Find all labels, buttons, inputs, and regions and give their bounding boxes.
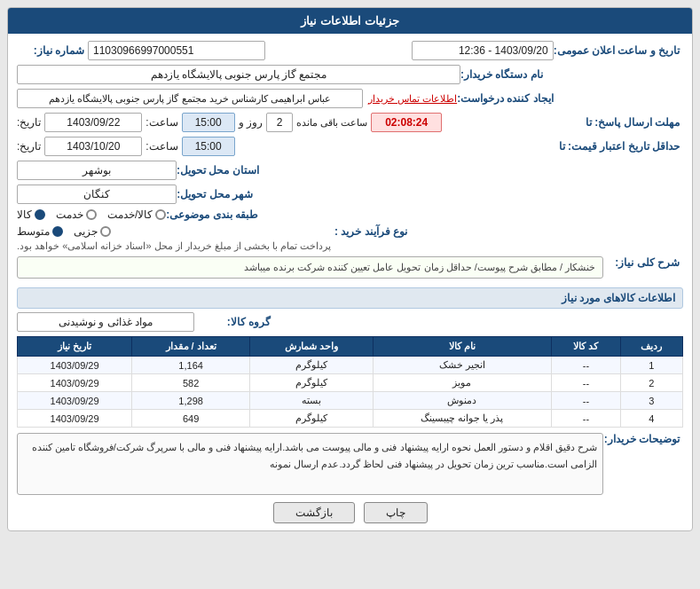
row-nam-dastgah: نام دستگاه خریدار: مجتمع گاز پارس جنوبی …	[17, 65, 683, 84]
mohlat-saat-value: 15:00	[182, 113, 235, 132]
radio-khedmat-label: خدمت	[56, 208, 83, 221]
farayand-radio-group: جزیی متوسط	[17, 225, 111, 238]
cell-vahed: کیلوگرم	[250, 357, 374, 374]
main-card: جزئیات اطلاعات نیاز تاریخ و ساعت اعلان ع…	[7, 7, 693, 531]
cell-tedad: 649	[132, 410, 250, 428]
radio-kala-circle	[35, 209, 45, 220]
radio-motavasset-label: متوسط	[17, 225, 50, 238]
cell-radif: 1	[620, 357, 682, 374]
tarikh-label: تاریخ و ساعت اعلان عمومی:	[554, 44, 683, 57]
radio-motavasset-circle	[52, 226, 63, 237]
radio-kala-khedmat-label: کالا/خدمت	[107, 208, 153, 221]
mohlat-roz-label: روز و	[239, 116, 263, 129]
button-row: چاپ بازگشت	[17, 502, 683, 523]
group-kala-value: مواد غذائی و نوشیدنی	[17, 312, 194, 332]
col-kod: کد کالا	[551, 337, 620, 357]
ijad-value: عباس ابراهیمی کارشناس خرید مجتمع گاز پار…	[17, 89, 363, 108]
row-shomare-tarikh: تاریخ و ساعت اعلان عمومی: 1403/09/20 - 1…	[17, 41, 683, 60]
radio-kala-khedmat-circle	[155, 209, 166, 220]
ostan-label: استان محل تحویل:	[177, 164, 263, 177]
group-kala-label: گروه کالا:	[194, 316, 274, 328]
cell-tedad: 582	[132, 374, 250, 392]
cell-kod: --	[551, 357, 620, 374]
table-row: 3 -- دمنوش بسته 1,298 1403/09/29	[18, 392, 683, 410]
sharh-niaz-value: خنشکار / مطابق شرح پیوست/ حداقل زمان تحو…	[17, 256, 603, 279]
back-button[interactable]: بازگشت	[273, 502, 355, 523]
baqi-label: ساعت باقی مانده	[296, 117, 367, 129]
radio-jozii-label: جزیی	[74, 225, 98, 238]
col-tedad: تعداد / مقدار	[132, 337, 250, 357]
hadaqal-date: 1403/10/20	[44, 137, 142, 156]
mohlat-saat-label: ساعت:	[146, 116, 177, 129]
row-group-kala: گروه کالا: مواد غذائی و نوشیدنی	[17, 312, 683, 332]
cell-radif: 4	[620, 410, 682, 428]
farayand-label: نوع فرآیند خرید :	[331, 225, 411, 238]
tawzihat-value: شرح دقیق اقلام و دستور العمل نحوه ارایه …	[17, 433, 603, 495]
cell-vahed: کیلوگرم	[250, 374, 374, 392]
cell-tarikh: 1403/09/29	[18, 410, 132, 428]
cell-tedad: 1,298	[132, 392, 250, 410]
radio-khedmat[interactable]: خدمت	[56, 208, 97, 221]
radio-kala[interactable]: کالا	[17, 208, 45, 221]
cell-tarikh: 1403/09/29	[18, 357, 132, 374]
page-title: جزئیات اطلاعات نیاز	[301, 14, 398, 27]
table-row: 1 -- انجیر خشک کیلوگرم 1,164 1403/09/29	[18, 357, 683, 374]
cell-radif: 3	[620, 392, 682, 410]
cell-kod: --	[551, 392, 620, 410]
radio-khedmat-circle	[86, 209, 97, 220]
cell-name: مویز	[373, 374, 551, 392]
hadaqal-saat-label: ساعت:	[146, 140, 177, 153]
ostan-value: بوشهر	[17, 161, 177, 180]
sharh-niaz-label: شرح کلی نیاز:	[603, 256, 683, 269]
tabaqe-radio-group: کالا/خدمت خدمت کالا	[17, 208, 166, 221]
table-row: 4 -- پذر یا جوانه چیبسینگ کیلوگرم 649 14…	[18, 410, 683, 428]
card-body: تاریخ و ساعت اعلان عمومی: 1403/09/20 - 1…	[8, 34, 692, 530]
baqi-value: 02:08:24	[371, 113, 442, 132]
nam-dastgah-label: نام دستگاه خریدار:	[460, 68, 547, 81]
tabaqe-label: طبقه بندی موضوعی:	[166, 208, 262, 221]
cell-tedad: 1,164	[132, 357, 250, 374]
row-hadaqal: حداقل تاریخ اعتبار قیمت: تا 15:00 ساعت: …	[17, 137, 683, 156]
radio-jozii[interactable]: جزیی	[74, 225, 111, 238]
col-name: نام کالا	[373, 337, 551, 357]
radio-kala-khedmat[interactable]: کالا/خدمت	[107, 208, 166, 221]
tarikh-value: 1403/09/20 - 12:36	[412, 41, 554, 60]
radio-jozii-circle	[100, 226, 111, 237]
cell-vahed: کیلوگرم	[250, 410, 374, 428]
row-tawzihat: توضیحات خریدار: شرح دقیق اقلام و دستور ا…	[17, 433, 683, 495]
cell-tarikh: 1403/09/29	[18, 374, 132, 392]
col-tarikh: تاریخ نیاز	[18, 337, 132, 357]
row-sharh: شرح کلی نیاز: خنشکار / مطابق شرح پیوست/ …	[17, 256, 683, 282]
row-ostan: استان محل تحویل: بوشهر	[17, 161, 683, 180]
row-farayand: نوع فرآیند خرید : جزیی متوسط پرداخت تمام…	[17, 225, 683, 252]
shahr-label: شهر محل تحویل:	[177, 188, 256, 200]
cell-kod: --	[551, 374, 620, 392]
shomare-niaz-value: 11030966997000551	[88, 41, 265, 60]
cell-kod: --	[551, 410, 620, 428]
ijad-label: ایجاد کننده درخواست:	[457, 92, 557, 105]
cell-tarikh: 1403/09/29	[18, 392, 132, 410]
hadaqal-label: حداقل تاریخ اعتبار قیمت: تا	[559, 140, 683, 153]
table-row: 2 -- مویز کیلوگرم 582 1403/09/29	[18, 374, 683, 392]
row-shahr: شهر محل تحویل: کنگان	[17, 185, 683, 204]
nam-dastgah-value: مجتمع گاز پارس جنوبی پالایشگاه یازدهم	[17, 65, 460, 84]
row-ijad: ایجاد کننده درخواست: اطلاعات تماس خریدار…	[17, 89, 683, 108]
ettelaat-tamas-link[interactable]: اطلاعات تماس خریدار	[368, 93, 457, 105]
farayand-note: پرداخت تمام با بخشی از مبلغ خریدار از مح…	[17, 240, 331, 252]
shomare-niaz-label: شماره نیاز:	[17, 44, 88, 57]
section-kala-header: اطلاعات کالاهای مورد نیاز	[17, 287, 683, 309]
radio-motavasset[interactable]: متوسط	[17, 225, 63, 238]
row-tabaqe: طبقه بندی موضوعی: کالا/خدمت خدمت کالا	[17, 208, 683, 221]
kala-table: ردیف کد کالا نام کالا واحد شمارش تعداد /…	[17, 336, 683, 428]
cell-name: دمنوش	[373, 392, 551, 410]
tawzihat-label: توضیحات خریدار:	[603, 433, 683, 445]
col-radif: ردیف	[620, 337, 682, 357]
print-button[interactable]: چاپ	[364, 502, 428, 523]
mohlat-roz-value: 2	[266, 113, 293, 132]
cell-name: انجیر خشک	[373, 357, 551, 374]
col-vahed: واحد شمارش	[250, 337, 374, 357]
mohlat-label: مهلت ارسال پاسخ: تا	[586, 116, 683, 129]
cell-radif: 2	[620, 374, 682, 392]
tarikh-label-3: تاریخ:	[17, 140, 41, 153]
radio-kala-label: کالا	[17, 208, 32, 221]
